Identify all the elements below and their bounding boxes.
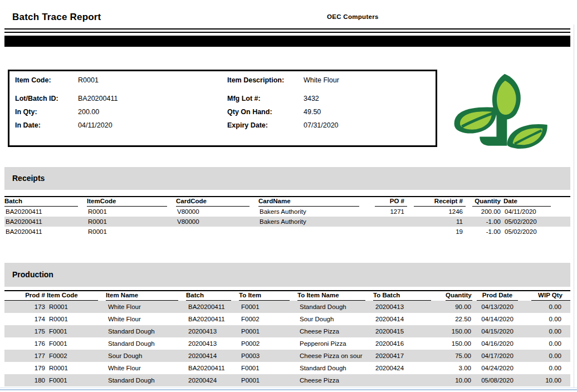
receipts-section-title: Receipts (4, 167, 570, 190)
header-thick-bar (4, 36, 570, 47)
table-row: 175F0001Standard Dough20200413P0001Chees… (4, 325, 570, 337)
table-cell: Standard Dough (297, 301, 373, 313)
table-cell: BA20200411 (186, 301, 239, 313)
table-cell: 177 (4, 350, 47, 362)
table-cell: F0001 (239, 301, 297, 313)
in-qty-value: 200.00 (78, 108, 99, 116)
table-row: 180F0001Standard Dough20200424P0001Chees… (4, 374, 570, 386)
table-cell: 04/11/2020 (503, 207, 570, 217)
window-bottom-edge (0, 388, 577, 392)
table-row: 176F0001Standard Dough20200413P0002Peppe… (4, 337, 570, 350)
column-header: Item Code (47, 291, 106, 301)
column-header: Receipt # (407, 197, 466, 207)
table-cell: BA20200411 (4, 217, 87, 227)
table-cell: 150.00 (439, 337, 472, 350)
table-cell: 05/08/2020 (472, 374, 522, 386)
table-cell: 20200413 (186, 337, 239, 350)
table-cell: V80000 (176, 217, 258, 227)
page-title: Batch Trace Report (12, 12, 101, 23)
table-cell: BA20200411 (186, 313, 239, 325)
table-cell: Bakers Authority (258, 217, 368, 227)
table-cell: 04/17/2020 (472, 350, 522, 362)
receipts-section-band: Receipts (4, 167, 570, 190)
table-cell: 180 (4, 374, 47, 386)
in-date-value: 04/11/2020 (78, 121, 113, 129)
table-cell: 0.00 (522, 337, 570, 350)
table-cell: Sour Dough (106, 350, 186, 362)
column-header: To Item Name (297, 291, 373, 301)
table-cell: F0002 (47, 350, 106, 362)
column-header: Batch (4, 197, 87, 207)
table-cell: R0001 (47, 362, 106, 374)
window-right-edge (574, 24, 574, 388)
table-cell: -1.00 (466, 217, 503, 227)
table-cell: Cheese Pizza on sour (297, 350, 373, 362)
table-cell: 20200416 (373, 337, 439, 350)
table-cell: White Flour (106, 313, 186, 325)
table-cell (373, 374, 439, 386)
production-table: Prod #Item CodeItem NameBatchTo ItemTo I… (4, 291, 570, 386)
table-cell: 10.00 (522, 374, 570, 386)
table-cell: 20200413 (373, 301, 439, 313)
table-cell: 0.00 (522, 313, 570, 325)
table-cell: 20200424 (186, 374, 239, 386)
table-row: BA20200411R0001V80000Bakers Authority127… (4, 207, 570, 217)
table-cell: P0002 (239, 337, 297, 350)
table-cell: Sour Dough (297, 313, 373, 325)
item-summary-box: Item Code: R0001 Lot/Batch ID: BA2020041… (8, 70, 437, 147)
expiry-date-value: 07/31/2020 (304, 121, 339, 129)
expiry-date-label: Expiry Date: (227, 121, 268, 129)
table-cell: 3.00 (439, 362, 472, 374)
column-header: Item Name (106, 291, 186, 301)
table-cell: F0001 (239, 362, 297, 374)
column-header: PO # (368, 197, 407, 207)
table-cell: R0001 (47, 313, 106, 325)
table-cell: 20200414 (373, 313, 439, 325)
in-date-label: In Date: (15, 121, 41, 129)
production-table-wrap: Prod #Item CodeItem NameBatchTo ItemTo I… (4, 291, 570, 386)
table-cell: P0001 (239, 325, 297, 337)
receipts-table: BatchItemCodeCardCodeCardNamePO #Receipt… (4, 197, 570, 237)
table-cell (368, 227, 407, 237)
table-cell: 05/02/2020 (503, 217, 570, 227)
table-cell: White Flour (106, 301, 186, 313)
table-cell: 20200413 (186, 325, 239, 337)
table-cell: 150.00 (439, 325, 472, 337)
table-cell: 0.00 (522, 301, 570, 313)
item-description-label: Item Description: (227, 76, 284, 84)
mfg-lot-label: Mfg Lot #: (227, 95, 261, 102)
receipts-table-wrap: BatchItemCodeCardCodeCardNamePO #Receipt… (4, 197, 570, 237)
mfg-lot-value: 3432 (304, 95, 319, 102)
column-header: To Item (239, 291, 297, 301)
table-cell: 04/13/2020 (472, 301, 522, 313)
table-cell: Standard Dough (106, 374, 186, 386)
table-cell: F0001 (47, 325, 106, 337)
table-cell: 200.00 (466, 207, 503, 217)
table-row: BA20200411R0001V80000Bakers Authority11-… (4, 217, 570, 227)
table-row: 179R0001White FlourBA20200411F0001Standa… (4, 362, 570, 374)
table-cell: R0001 (87, 217, 176, 227)
table-cell: BA20200411 (186, 362, 239, 374)
column-header: Batch (186, 291, 239, 301)
table-cell: 04/24/2020 (472, 362, 522, 374)
table-cell: 20200417 (373, 350, 439, 362)
column-header: Prod Date (472, 291, 522, 301)
table-cell: 173 (4, 301, 47, 313)
table-cell (368, 217, 407, 227)
item-code-label: Item Code: (15, 76, 51, 84)
qty-on-hand-value: 49.50 (304, 108, 321, 116)
table-cell: White Flour (106, 362, 186, 374)
table-cell (258, 227, 368, 237)
column-header: To Batch (373, 291, 439, 301)
table-cell: F0001 (47, 337, 106, 350)
table-cell (176, 227, 258, 237)
header-double-rule (4, 28, 570, 33)
column-header: WIP Qty (522, 291, 570, 301)
table-cell: F0002 (239, 313, 297, 325)
table-cell: 11 (407, 217, 466, 227)
table-cell: 19 (407, 227, 466, 237)
table-cell: 20200424 (373, 362, 439, 374)
table-cell: Pepperoni Pizza (297, 337, 373, 350)
in-qty-label: In Qty: (15, 108, 37, 116)
lot-batch-id-value: BA20200411 (78, 95, 118, 102)
